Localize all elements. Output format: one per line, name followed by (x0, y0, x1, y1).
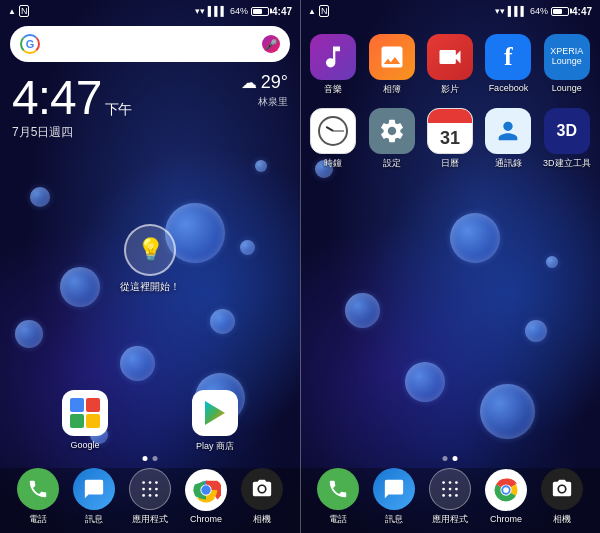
dock-sms[interactable]: 訊息 (73, 468, 115, 526)
contacts-svg (494, 117, 522, 145)
camera-svg (251, 478, 273, 500)
google-shortcut[interactable]: Google (62, 390, 108, 453)
dock-chrome-right[interactable]: Chrome (485, 469, 527, 524)
chrome-label-left: Chrome (190, 514, 222, 524)
sms-icon-right (373, 468, 415, 510)
app-clock[interactable]: 時鐘 (306, 104, 360, 174)
svg-point-25 (455, 487, 458, 490)
app-3d[interactable]: 3D 3D建立工具 (540, 104, 594, 174)
chrome-svg-right (491, 475, 521, 505)
apps-icon-right (429, 468, 471, 510)
battery-icon-right (551, 7, 569, 16)
dock-camera-right[interactable]: 相機 (541, 468, 583, 526)
app-music[interactable]: 音樂 (306, 30, 360, 100)
clock-icon (310, 108, 356, 154)
xperia-text: XPERIALounge (550, 47, 583, 67)
video-icon (427, 34, 473, 80)
lounge-label: Lounge (552, 83, 582, 93)
calendar-label: 日曆 (441, 157, 459, 170)
dock-chrome[interactable]: Chrome (185, 469, 227, 524)
sms-icon (73, 468, 115, 510)
status-bar-left: ▲ N ▾▾ ▌▌▌ 64% 4:47 (0, 0, 300, 22)
svg-rect-1 (86, 398, 100, 412)
svg-point-12 (149, 494, 152, 497)
svg-point-26 (442, 494, 445, 497)
video-svg (436, 43, 464, 71)
right-screen: ▲ N ▾▾ ▌▌▌ 64% 4:47 音樂 相簿 (300, 0, 600, 533)
time-ampm: 下午 (105, 102, 131, 116)
svg-point-27 (449, 494, 452, 497)
svg-point-28 (455, 494, 458, 497)
clock-face (318, 116, 348, 146)
dock-camera[interactable]: 相機 (241, 468, 283, 526)
wifi-icon: ▾▾ (195, 6, 205, 16)
google-logo: G (20, 34, 40, 54)
apps-label: 應用程式 (132, 513, 168, 526)
dock-apps-right[interactable]: 應用程式 (429, 468, 471, 526)
google-svg (70, 398, 100, 428)
calendar-body: 31 (440, 123, 460, 153)
dock-phone-right[interactable]: 電話 (317, 468, 359, 526)
weather-temp: 29° (261, 72, 288, 93)
playstore-icon (192, 390, 238, 436)
mic-icon[interactable]: 🎤 (262, 35, 280, 53)
status-left-right: ▲ N (308, 5, 329, 17)
svg-marker-4 (205, 401, 225, 425)
phone-icon (17, 468, 59, 510)
time-hours: 4:47 (12, 74, 101, 122)
screen-divider (300, 0, 301, 533)
time-date: 7月5日週四 (12, 124, 288, 141)
playstore-shortcut[interactable]: Play 商店 (192, 390, 238, 453)
sms-svg (83, 478, 105, 500)
phone-label: 電話 (29, 513, 47, 526)
left-screen: ▲ N ▾▾ ▌▌▌ 64% 4:47 G 🎤 4:47 下午 7月5日週四 ☁… (0, 0, 300, 533)
center-shortcut[interactable]: 💡 從這裡開始！ (120, 224, 180, 294)
svg-point-19 (201, 485, 210, 494)
photos-svg (378, 43, 406, 71)
dock-apps[interactable]: 應用程式 (129, 468, 171, 526)
fb-f: f (504, 42, 513, 72)
photos-icon (369, 34, 415, 80)
svg-point-5 (142, 481, 145, 484)
weather-cloud-icon: ☁ (241, 73, 257, 92)
time-status-right: 4:47 (572, 6, 592, 17)
chrome-icon-left (185, 469, 227, 511)
svg-rect-3 (86, 414, 100, 428)
phone-svg-right (327, 478, 349, 500)
page-dot-1 (153, 456, 158, 461)
dock-sms-right[interactable]: 訊息 (373, 468, 415, 526)
dock-phone[interactable]: 電話 (17, 468, 59, 526)
page-dot-right-0 (443, 456, 448, 461)
signal-icon-right: ▲ (308, 7, 316, 16)
search-bar[interactable]: G 🎤 (10, 26, 290, 62)
sms-label: 訊息 (85, 513, 103, 526)
svg-point-6 (149, 481, 152, 484)
page-dots-left (143, 456, 158, 461)
svg-point-20 (442, 481, 445, 484)
camera-icon-right (541, 468, 583, 510)
app-lounge[interactable]: XPERIALounge Lounge (540, 30, 594, 100)
page-dot-right-1 (453, 456, 458, 461)
calendar-day: 31 (440, 128, 460, 149)
svg-point-24 (449, 487, 452, 490)
facebook-icon: f (485, 34, 531, 80)
calendar-icon: 31 (427, 108, 473, 154)
time-status: 4:47 (272, 6, 292, 17)
svg-point-22 (455, 481, 458, 484)
nfc-icon-right: N (319, 5, 330, 17)
app-calendar[interactable]: 31 日曆 (423, 104, 477, 174)
app-photos[interactable]: 相簿 (364, 30, 418, 100)
center-shortcut-label: 從這裡開始！ (120, 280, 180, 294)
weather-row: ☁ 29° (241, 72, 288, 93)
app-video[interactable]: 影片 (423, 30, 477, 100)
music-svg (319, 43, 347, 71)
chrome-svg-left (191, 475, 221, 505)
wifi-icon-right: ▾▾ (495, 6, 505, 16)
clock-label: 時鐘 (324, 157, 342, 170)
app-facebook[interactable]: f Facebook (481, 30, 535, 100)
app-contacts[interactable]: 通訊錄 (481, 104, 535, 174)
status-right: ▾▾ ▌▌▌ 64% 4:47 (195, 6, 292, 17)
app-settings[interactable]: 設定 (364, 104, 418, 174)
battery-percent: 64% (230, 6, 248, 16)
svg-point-33 (503, 487, 509, 493)
